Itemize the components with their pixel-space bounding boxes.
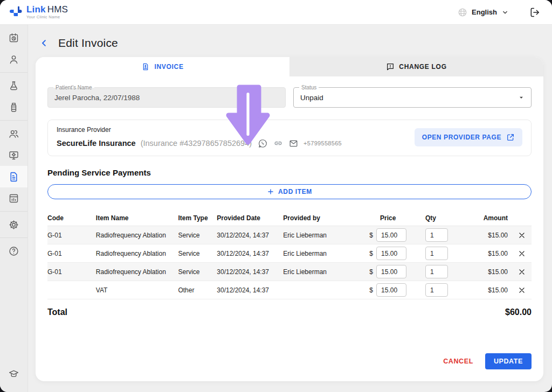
users-icon	[8, 128, 19, 139]
form-actions: CANCEL UPDATE	[36, 353, 543, 381]
cell-provided-by: Eric Lieberman	[283, 232, 358, 239]
brand-text: LinkHMS Your Clinic Name	[26, 5, 68, 19]
brand-name-secondary: HMS	[47, 4, 68, 15]
cell-provided-date: 30/12/2024, 14:37	[217, 250, 283, 257]
dropdown-caret-icon	[518, 94, 525, 101]
pending-payments-heading: Pending Service Payments	[47, 168, 532, 177]
tab-invoice[interactable]: INVOICE	[36, 57, 289, 76]
table-row: VAT Other 30/12/2024, 14:37 $ $15.00	[47, 281, 532, 299]
sidebar-item-equipment[interactable]	[0, 144, 27, 166]
brand-logo: LinkHMS Your Clinic Name	[10, 5, 68, 19]
tab-change-log[interactable]: CHANGE LOG	[289, 57, 543, 76]
cell-amount: $15.00	[468, 250, 512, 257]
col-provided-date: Provided Date	[217, 214, 283, 222]
price-input[interactable]	[376, 247, 406, 260]
insurance-phone: +5799558565	[303, 140, 342, 146]
table-row: G-01 Radiofrequency Ablation Service 30/…	[47, 263, 532, 281]
medicine-bottle-icon	[8, 102, 19, 113]
price-input[interactable]	[376, 228, 406, 242]
col-provided-by: Provided by	[283, 214, 358, 222]
app-window: LinkHMS Your Clinic Name English	[0, 0, 552, 392]
cell-item-type: Other	[178, 286, 217, 294]
status-select[interactable]: Status Unpaid	[293, 87, 532, 108]
monitor-gear-icon	[8, 150, 19, 161]
payments-table: Code Item Name Item Type Provided Date P…	[47, 210, 532, 299]
main-content: Edit Invoice INVOICE CHANGE LOG	[28, 25, 552, 392]
insurance-provider-name: SecureLife Insurance	[57, 139, 136, 148]
add-item-label: ADD ITEM	[278, 188, 312, 195]
sidebar-item-staff[interactable]	[0, 123, 27, 144]
brand-subtitle: Your Clinic Name	[26, 15, 68, 19]
delete-row-button[interactable]	[517, 267, 527, 277]
qty-input[interactable]	[425, 283, 448, 297]
sidebar-item-settings[interactable]	[0, 214, 27, 235]
external-link-icon	[506, 133, 515, 142]
whatsapp-icon[interactable]	[258, 138, 268, 149]
add-item-button[interactable]: ADD ITEM	[47, 184, 532, 199]
cell-amount: $15.00	[468, 232, 512, 239]
logout-icon	[529, 7, 540, 18]
back-button[interactable]	[38, 37, 51, 50]
clinic-cross-icon	[10, 5, 23, 18]
patient-name-input[interactable]	[54, 94, 279, 102]
sidebar-item-help[interactable]	[0, 240, 27, 262]
status-value: Unpaid	[300, 94, 323, 102]
total-value: $60.00	[505, 307, 532, 317]
delete-row-button[interactable]	[517, 249, 527, 258]
insurance-policy-number: (Insurance #432978657852694)	[141, 139, 252, 148]
tab-invoice-label: INVOICE	[154, 63, 183, 71]
person-icon	[8, 54, 19, 65]
page-header: Edit Invoice	[36, 32, 543, 57]
chevron-left-icon	[39, 38, 49, 48]
invoice-tab-icon	[141, 62, 150, 71]
currency-symbol: $	[369, 250, 373, 257]
invoice-doc-icon	[8, 171, 19, 183]
provider-button-label: OPEN PROVIDER PAGE	[422, 134, 501, 141]
cell-item-name: VAT	[96, 286, 178, 294]
brand-name-primary: Link	[26, 4, 46, 15]
chevron-down-icon	[501, 9, 509, 16]
close-icon	[518, 250, 526, 257]
delete-row-button[interactable]	[517, 230, 527, 240]
cell-item-type: Service	[178, 268, 217, 276]
cell-code: G-01	[47, 250, 96, 257]
qty-input[interactable]	[425, 228, 448, 242]
cell-code: G-01	[47, 268, 96, 276]
update-button[interactable]: UPDATE	[485, 353, 532, 369]
cell-code: G-01	[47, 232, 96, 239]
link-icon[interactable]	[273, 138, 284, 149]
col-code: Code	[47, 214, 96, 222]
price-input[interactable]	[376, 283, 406, 297]
topbar-right: English	[458, 6, 541, 19]
col-item-type: Item Type	[178, 214, 217, 222]
patient-name-label: Patient's Name	[53, 85, 94, 90]
top-bar: LinkHMS Your Clinic Name English	[0, 0, 552, 25]
sidebar-item-pharmacy[interactable]	[0, 96, 27, 118]
language-selector[interactable]: English	[458, 8, 509, 17]
table-row: G-01 Radiofrequency Ablation Service 30/…	[47, 226, 532, 244]
price-input[interactable]	[376, 265, 406, 278]
col-qty: Qty	[418, 214, 468, 222]
delete-row-button[interactable]	[517, 285, 527, 295]
patient-name-field: Patient's Name	[47, 87, 286, 108]
currency-symbol: $	[369, 286, 373, 294]
mail-icon[interactable]	[288, 138, 299, 149]
open-provider-page-button[interactable]: OPEN PROVIDER PAGE	[415, 128, 522, 146]
stats-board-icon	[8, 193, 19, 204]
sidebar-item-reports[interactable]	[0, 187, 27, 209]
insurance-provider-label: Insurance Provider	[57, 126, 342, 134]
sidebar-item-appointments[interactable]	[0, 27, 27, 48]
sidebar-item-education[interactable]	[0, 363, 27, 384]
help-circle-icon	[8, 246, 19, 257]
sidebar-item-patients[interactable]	[0, 48, 27, 70]
status-label: Status	[299, 85, 319, 90]
col-amount: Amount	[468, 214, 512, 222]
qty-input[interactable]	[425, 247, 448, 260]
logout-button[interactable]	[528, 6, 541, 19]
page-title: Edit Invoice	[58, 37, 118, 50]
invoice-card: INVOICE CHANGE LOG Patient's Name	[36, 57, 543, 381]
sidebar-item-laboratory[interactable]	[0, 75, 27, 96]
qty-input[interactable]	[425, 265, 448, 278]
cancel-button[interactable]: CANCEL	[443, 358, 473, 365]
sidebar-item-billing[interactable]	[0, 166, 27, 187]
